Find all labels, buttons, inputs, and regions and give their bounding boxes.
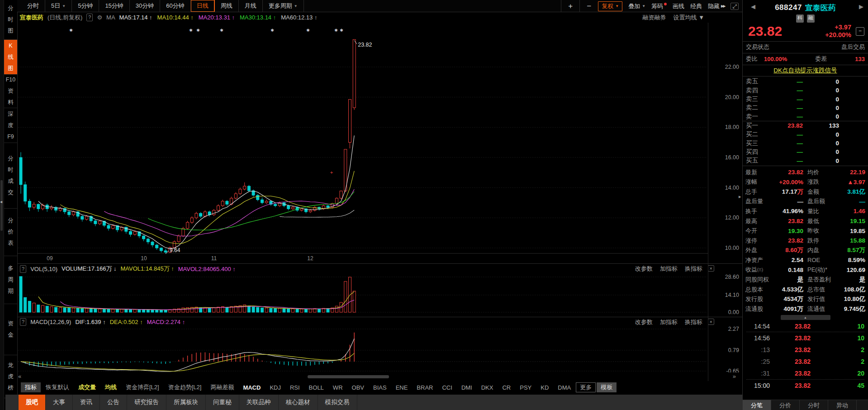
toolbar-button-画线[interactable]: 画线 <box>673 2 684 10</box>
help-icon[interactable]: ? <box>86 14 93 21</box>
add-indicator-link[interactable]: 加指标 <box>660 318 678 326</box>
period-tab-分时[interactable]: 分时 <box>21 0 45 12</box>
footer-tab-所属板块[interactable]: 所属板块 <box>166 395 206 410</box>
left-collapse-strip[interactable]: ◂ <box>0 0 4 410</box>
panel-minimize-button[interactable]: − <box>856 27 864 36</box>
fullscreen-icon[interactable]: ⤢ <box>730 3 739 10</box>
toolbar-button-筹码[interactable]: 筹码 <box>651 2 667 10</box>
indicator-tab-DMA[interactable]: DMA <box>554 383 575 392</box>
help-icon[interactable]: ? <box>20 318 26 326</box>
kline-chart[interactable]: 22.0020.0018.0016.0014.0012.0010.0009101… <box>17 23 742 263</box>
period-tab-15分钟[interactable]: 15分钟 <box>99 0 129 12</box>
macd-close-icon[interactable]: × <box>708 319 714 325</box>
vol-close-icon[interactable]: × <box>708 265 714 272</box>
horizontal-scrollbar[interactable]: « » <box>17 373 742 380</box>
macd-chart[interactable]: 2.270.79-0.65 <box>17 327 742 372</box>
volume-chart[interactable]: 28.6014.100.00 <box>17 274 742 317</box>
gear-icon[interactable]: ⚙ <box>97 14 102 21</box>
sidebar-item-分时图[interactable]: 分时图 <box>4 0 17 40</box>
indicator-tab-两融差额[interactable]: 两融差额 <box>206 382 238 392</box>
indicator-tab-BRAR[interactable]: BRAR <box>413 383 437 392</box>
panel-collapse-arrow-icon[interactable]: ▸ <box>739 194 741 200</box>
change-indicator-link[interactable]: 换指标 <box>685 265 702 273</box>
dk-signal-link[interactable]: DK点自动提示涨跌信号 <box>773 67 837 75</box>
indicator-tab-MACD[interactable]: MACD <box>239 383 265 392</box>
edit-params-link[interactable]: 改参数 <box>635 318 653 326</box>
add-indicator-link[interactable]: 加指标 <box>660 265 678 273</box>
period-tab-60分钟[interactable]: 60分钟 <box>160 0 190 12</box>
trades-collapse-handle[interactable]: ▲ <box>781 315 830 320</box>
sidebar-item-资金[interactable]: 资金 <box>4 304 17 355</box>
period-tab-更多周期[interactable]: 更多周期▼ <box>263 0 304 12</box>
ma-settings-link[interactable]: 设置均线 ▼ <box>674 14 704 22</box>
sidebar-item-F10资料[interactable]: F10资料 <box>4 75 17 108</box>
sidebar-item-分时成交[interactable]: 分时成交 <box>4 143 17 208</box>
zoom-out-icon[interactable]: − <box>586 2 592 11</box>
period-tab-月线[interactable]: 月线 <box>239 0 263 12</box>
indicator-tab-OBV[interactable]: OBV <box>348 383 368 392</box>
prev-stock-arrow-icon[interactable]: ◀ <box>751 3 755 10</box>
sidebar-collapse-icon[interactable]: ◂ <box>0 199 2 204</box>
indicator-tab-指标[interactable]: 指标 <box>21 382 41 392</box>
scroll-right-icon[interactable]: » <box>733 373 736 380</box>
indicator-tab-DKX[interactable]: DKX <box>477 383 498 392</box>
footer-tab-问董秘[interactable]: 问董秘 <box>206 395 239 410</box>
edit-params-link[interactable]: 改参数 <box>635 265 653 273</box>
detail-label: 是否盈利 <box>807 276 831 284</box>
footer-tab-资讯[interactable]: 资讯 <box>73 395 100 410</box>
indicator-tab-DMI[interactable]: DMI <box>457 383 476 392</box>
footer-tab-关联品种[interactable]: 关联品种 <box>239 395 279 410</box>
footer-tab-模拟交易[interactable]: 模拟交易 <box>318 395 357 410</box>
zoom-in-icon[interactable]: + <box>567 2 574 11</box>
footer-tab-大事[interactable]: 大事 <box>46 395 73 410</box>
help-icon[interactable]: ? <box>20 265 26 273</box>
period-tab-5分钟[interactable]: 5分钟 <box>72 0 99 12</box>
period-tab-5日[interactable]: 5日▼ <box>45 0 72 12</box>
scroll-left-icon[interactable]: « <box>18 373 21 380</box>
toolbar-button-经典[interactable]: 经典 <box>690 2 702 10</box>
period-tab-30分钟[interactable]: 30分钟 <box>130 0 160 12</box>
indicator-tab-ENE[interactable]: ENE <box>392 383 412 392</box>
toolbar-button-叠加[interactable]: 叠加▼ <box>628 2 645 10</box>
detail-label: 外盘 <box>745 246 757 254</box>
footer-tab-核心题材[interactable]: 核心题材 <box>279 395 318 410</box>
indicator-tab-恢复默认[interactable]: 恢复默认 <box>42 382 73 392</box>
indicator-tab-资金博弈[L2][interactable]: 资金博弈[L2] <box>122 382 163 392</box>
indicator-tab-WR[interactable]: WR <box>329 383 347 392</box>
footer-tab-公告[interactable]: 公告 <box>100 395 127 410</box>
indicator-tab-资金趋势[L2][interactable]: 资金趋势[L2] <box>164 382 206 392</box>
indicator-tab-均线[interactable]: 均线 <box>101 382 121 392</box>
sidebar-item-分价表[interactable]: 分价表 <box>4 209 17 256</box>
indicator-tab-模板[interactable]: 模板 <box>597 382 617 392</box>
level-label: 卖五 <box>746 77 764 86</box>
panel-tab-分笔[interactable]: 分笔 <box>743 400 771 410</box>
panel-tab-分时[interactable]: 分时 <box>800 400 828 410</box>
indicator-tab-KD[interactable]: KD <box>536 383 553 392</box>
indicator-tab-BIAS[interactable]: BIAS <box>369 383 391 392</box>
indicator-tab-成交量[interactable]: 成交量 <box>74 382 100 392</box>
indicator-tab-PSY[interactable]: PSY <box>516 383 536 392</box>
change-indicator-link[interactable]: 换指标 <box>685 318 702 326</box>
indicator-tab-CR[interactable]: CR <box>498 383 515 392</box>
footer-tab-股吧[interactable]: 股吧 <box>19 395 46 410</box>
sidebar-item-龙虎榜[interactable]: 龙虎榜 <box>4 355 17 398</box>
toolbar-button-复权[interactable]: 复权▼ <box>598 1 622 11</box>
indicator-tab-CCI[interactable]: CCI <box>438 383 456 392</box>
indicator-tab-KDJ[interactable]: KDJ <box>266 383 285 392</box>
scrollbar-thumb[interactable] <box>308 375 389 378</box>
margin-trading-link[interactable]: 融资融券 <box>643 14 666 22</box>
sidebar-item-K线图[interactable]: K线图 <box>4 40 17 75</box>
sidebar-item-深度F9[interactable]: 深度F9 <box>4 108 17 143</box>
footer-tab-研究报告[interactable]: 研究报告 <box>127 395 166 410</box>
left-scrollbar-thumb[interactable] <box>0 180 3 231</box>
toolbar-button-隐藏[interactable]: 隐藏▶▶ <box>708 2 725 10</box>
indicator-tab-更多[interactable]: 更多 <box>576 382 596 392</box>
period-tab-日线[interactable]: 日线 <box>191 0 215 12</box>
panel-tab-分价[interactable]: 分价 <box>771 400 800 410</box>
sidebar-item-多周期[interactable]: 多周期 <box>4 256 17 305</box>
indicator-tab-RSI[interactable]: RSI <box>286 383 304 392</box>
indicator-tab-BOLL[interactable]: BOLL <box>305 383 328 392</box>
panel-tab-异动[interactable]: 异动 <box>828 400 857 410</box>
period-tab-周线[interactable]: 周线 <box>215 0 239 12</box>
next-stock-arrow-icon[interactable]: ▶ <box>859 3 863 10</box>
